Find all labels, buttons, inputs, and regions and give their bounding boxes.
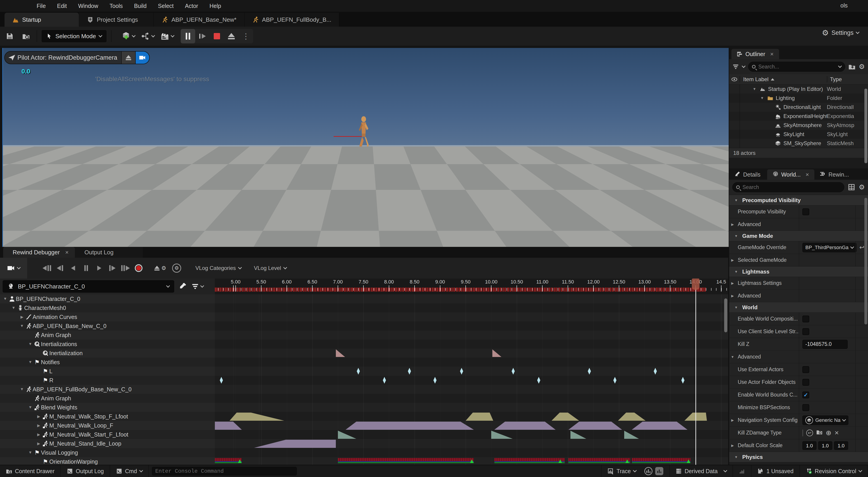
tree-row-l[interactable]: ⚑L xyxy=(0,367,215,376)
plus-circle-icon[interactable]: ⊕ xyxy=(826,429,831,437)
stop-piloting-button[interactable] xyxy=(121,51,135,64)
details-tab-details[interactable]: Details xyxy=(729,169,766,180)
jump-to-end-button[interactable] xyxy=(119,262,132,274)
outliner-row-directionallight[interactable]: DirectionalLightDirectionall xyxy=(729,103,868,112)
vlog-categories-dropdown[interactable]: VLog Categories xyxy=(195,265,241,271)
pause-button[interactable] xyxy=(181,29,195,43)
outliner-scrollbar[interactable] xyxy=(864,89,867,163)
tree-row-m-neutral-walk-stop-f-lfoot[interactable]: ▶M_Neutral_Walk_Stop_F_Lfoot xyxy=(0,412,215,421)
expander-down-icon[interactable]: ▼ xyxy=(760,96,765,100)
type-column-header[interactable]: Type xyxy=(827,76,868,83)
tree-row-anim-graph[interactable]: Anim Graph xyxy=(0,394,215,403)
expander-down-icon[interactable]: ▼ xyxy=(19,387,25,391)
browse-asset-icon[interactable] xyxy=(816,429,823,437)
value-dropdown[interactable]: BP_ThirdPersonGa xyxy=(802,243,857,252)
expander-down-icon[interactable]: ▼ xyxy=(27,342,33,346)
row-visibility-cell[interactable] xyxy=(729,94,740,103)
row-visibility-cell[interactable] xyxy=(729,112,740,121)
section-world[interactable]: ▼World xyxy=(729,302,868,313)
tree-row-orientationwarping[interactable]: ⚑OrientationWarping xyxy=(0,457,215,465)
expander-down-icon[interactable]: ▼ xyxy=(11,306,17,310)
trace-dropdown[interactable]: Trace xyxy=(601,465,670,477)
expander-right-icon[interactable]: ▶ xyxy=(729,258,736,262)
asset-tab-startup[interactable]: Startup xyxy=(4,13,79,27)
use-selected-icon[interactable]: ↩ xyxy=(806,430,813,436)
rewind-tab-rewind-debugger[interactable]: Rewind Debugger× xyxy=(3,247,75,258)
revision-control-dropdown[interactable]: Revision Control xyxy=(800,465,868,477)
outliner-search[interactable] xyxy=(748,62,845,72)
notify-event-marker[interactable] xyxy=(408,368,411,375)
outliner-row-startup-play-in-editor-[interactable]: ▼Startup (Play In Editor)World xyxy=(729,85,868,94)
eject-button[interactable] xyxy=(224,29,239,43)
play-options-button[interactable]: ⋮ xyxy=(239,29,253,43)
visual-logger-settings-button[interactable]: ⚙ xyxy=(170,262,183,274)
notify-event-marker[interactable] xyxy=(681,377,685,384)
section-precomputed-visibility[interactable]: ▼Precomputed Visibility xyxy=(729,195,868,205)
chevron-down-icon[interactable] xyxy=(838,64,842,68)
filter-icon[interactable] xyxy=(732,63,739,70)
tree-row-m-neutral-stand-idle-loop[interactable]: ▶M_Neutral_Stand_Idle_Loop xyxy=(0,439,215,448)
step-forward-button[interactable] xyxy=(106,262,119,274)
expander-right-icon[interactable]: ▶ xyxy=(19,315,25,319)
selection-mode-dropdown[interactable]: Selection Mode xyxy=(41,30,107,43)
details-search-input[interactable] xyxy=(742,184,840,190)
browse-content-button[interactable] xyxy=(20,30,33,43)
step-frame-button[interactable] xyxy=(195,29,210,43)
notify-event-marker[interactable] xyxy=(220,377,223,384)
close-icon[interactable]: × xyxy=(770,51,774,58)
expander-down-icon[interactable]: ▼ xyxy=(752,87,757,91)
asset-tab-project-settings[interactable]: Project Settings xyxy=(79,13,154,27)
outliner-search-input[interactable] xyxy=(758,64,836,70)
details-scrollbar[interactable] xyxy=(864,198,867,324)
checkbox[interactable] xyxy=(802,209,809,215)
tree-row-r[interactable]: ⚑R xyxy=(0,376,215,385)
expander-right-icon[interactable]: ▶ xyxy=(729,222,736,226)
menu-window[interactable]: Window xyxy=(73,1,103,11)
asset-tab-abp-uefn-base-new-[interactable]: ABP_UEFN_Base_New* xyxy=(154,13,245,27)
tree-row-animation-curves[interactable]: ▶Animation Curves xyxy=(0,312,215,321)
trace-snapshot-button[interactable] xyxy=(655,467,663,475)
tree-row-m-neutral-walk-loop-f[interactable]: ▶M_Neutral_Walk_Loop_F xyxy=(0,421,215,430)
expander-down-icon[interactable]: ▼ xyxy=(729,355,736,359)
play-reverse-button[interactable] xyxy=(67,262,79,274)
unsaved-indicator[interactable]: 1 Unsaved xyxy=(751,465,800,477)
details-tab-rewin-[interactable]: Rewin... xyxy=(814,169,854,180)
tree-row-notifies[interactable]: ▼⚑Notifies xyxy=(0,358,215,367)
notify-event-marker[interactable] xyxy=(433,377,436,384)
camera-mode-dropdown[interactable] xyxy=(0,258,27,279)
content-drawer-button[interactable]: Content Drawer xyxy=(0,465,61,477)
menu-build[interactable]: Build xyxy=(129,1,152,11)
menu-edit[interactable]: Edit xyxy=(52,1,72,11)
notify-event-marker[interactable] xyxy=(512,368,515,375)
settings-button[interactable]: ⚙ Settings xyxy=(822,29,859,37)
expander-right-icon[interactable]: ▶ xyxy=(729,294,736,298)
menu-help[interactable]: Help xyxy=(205,1,226,11)
tree-row-abp-uefn-base-new-c-0[interactable]: ▼ABP_UEFN_Base_New_C_0 xyxy=(0,321,215,330)
playhead-line[interactable] xyxy=(695,290,696,465)
checkbox[interactable] xyxy=(802,379,809,386)
close-icon[interactable]: × xyxy=(65,249,68,256)
notify-event-marker[interactable] xyxy=(613,377,617,384)
outliner-row-exponentialheightfc[interactable]: ExponentialHeightFcExponentia xyxy=(729,112,868,121)
jump-to-start-button[interactable] xyxy=(41,262,53,274)
expander-down-icon[interactable]: ▼ xyxy=(733,270,740,274)
timeline-scrollbar[interactable] xyxy=(724,298,727,332)
add-actor-dropdown[interactable] xyxy=(121,32,135,41)
notify-event-marker[interactable] xyxy=(588,368,591,375)
playhead-marker[interactable] xyxy=(692,279,700,290)
tree-row-m-neutral-walk-start-f-lfoot[interactable]: ▶M_Neutral_Walk_Start_F_Lfoot xyxy=(0,430,215,439)
section-game-mode[interactable]: ▼Game Mode xyxy=(729,231,868,241)
row-visibility-cell[interactable] xyxy=(729,121,740,130)
expander-down-icon[interactable]: ▼ xyxy=(27,450,33,455)
viewport-3d[interactable]: Pilot Actor: RewindDebuggerCamera 0.0 'D… xyxy=(2,48,729,247)
gear-icon[interactable]: ⚙ xyxy=(859,184,865,191)
outliner-row-lighting[interactable]: ▼LightingFolder xyxy=(729,94,868,103)
checkbox[interactable] xyxy=(802,404,809,411)
camera-view-toggle[interactable] xyxy=(135,51,149,64)
vector-component-input[interactable]: 1.0 xyxy=(802,441,816,450)
section-lightmass[interactable]: ▼Lightmass xyxy=(729,266,868,277)
outliner-row-skylight[interactable]: SkyLightSkyLight xyxy=(729,130,868,139)
tree-row-abp-uefn-fullbody-base-new-c-0[interactable]: ▼ABP_UEFN_FullBody_Base_New_C_0 xyxy=(0,385,215,394)
timeline-ruler[interactable]: 5.005.506.006.507.007.508.008.509.009.50… xyxy=(215,279,728,294)
details-search[interactable] xyxy=(732,182,844,192)
